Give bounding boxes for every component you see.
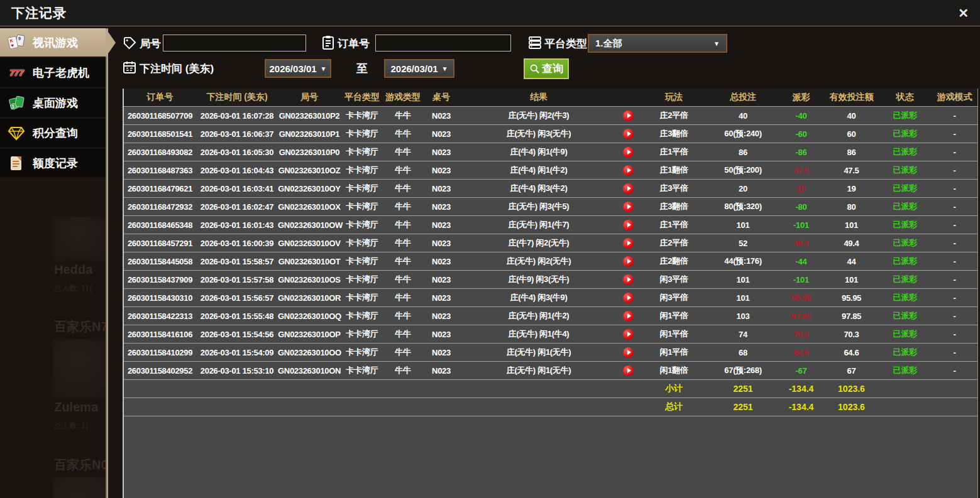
table-game-icon: $ — [6, 95, 26, 111]
sidebar-item-积分查询[interactable]: 积分查询 — [0, 119, 106, 147]
sidebar-item-额度记录[interactable]: 额度记录 — [0, 149, 106, 177]
cell-table-no: N023 — [422, 257, 460, 266]
replay-play-button[interactable] — [623, 220, 634, 230]
replay-play-button[interactable] — [623, 256, 634, 267]
play-icon — [627, 368, 631, 373]
cell-play-type: 闲1平倍 — [639, 347, 708, 358]
cell-round-no: GN023263010OV — [278, 239, 341, 248]
cell-platform-type: 卡卡湾厅 — [341, 274, 383, 285]
cell-payout: 49.4 — [778, 239, 825, 248]
sidebar-item-label: 积分查询 — [33, 126, 78, 141]
replay-play-button[interactable] — [623, 238, 634, 249]
ghost-dealer-avatar — [53, 477, 106, 498]
order-no-input[interactable] — [375, 35, 511, 51]
cell-valid-bet: 49.4 — [825, 239, 878, 248]
replay-play-button[interactable] — [623, 347, 634, 358]
replay-play-button[interactable] — [623, 147, 634, 158]
sidebar-item-电子老虎机[interactable]: 777电子老虎机 — [0, 58, 106, 87]
cell-status: 已派彩 — [878, 237, 932, 249]
cell-table-no: N023 — [422, 111, 460, 121]
cell-play-type: 庄1平倍 — [639, 219, 708, 230]
cell-order-no: 260301158402952 — [124, 366, 196, 376]
round-no-input[interactable] — [163, 35, 306, 51]
play-icon — [627, 350, 631, 355]
col-header-game-type: 游戏类型 — [383, 92, 422, 103]
bet-records-window: 下注记录 ✕ Hedda总人数: 11(百家乐N73Zulema总人数: 1(百… — [0, 0, 980, 498]
replay-play-button[interactable] — [623, 274, 634, 285]
replay-play-button[interactable] — [623, 293, 634, 303]
cell-total-bet: 101 — [708, 275, 778, 284]
cell-total-bet: 86 — [708, 148, 778, 157]
subtotal-payout: -134.4 — [778, 384, 825, 394]
cell-order-no: 260301158437909 — [124, 275, 196, 284]
cell-order-no: 260301168487363 — [124, 166, 196, 175]
cell-valid-bet: 60 — [825, 129, 878, 139]
cell-status: 已派彩 — [878, 146, 932, 158]
svg-text:$: $ — [12, 104, 14, 109]
cell-payout: -67 — [778, 366, 825, 376]
points-gem-icon — [6, 126, 26, 141]
sidebar-item-label: 电子老虎机 — [33, 65, 89, 80]
table-row: 2603011684930822026-03-01 16:05:30GN0232… — [124, 143, 977, 161]
cell-game-type: 牛牛 — [383, 256, 422, 267]
sidebar-item-桌面游戏[interactable]: $桌面游戏 — [0, 89, 106, 117]
cell-total-bet: 101 — [708, 220, 778, 230]
platform-type-select[interactable]: 1.全部 ▼ — [588, 34, 727, 53]
cell-status: 已派彩 — [878, 292, 932, 303]
cell-round-no: GN023263010ON — [278, 366, 341, 376]
cell-table-no: N023 — [422, 220, 460, 230]
close-icon[interactable]: ✕ — [958, 7, 969, 19]
cell-status: 已派彩 — [878, 347, 932, 358]
date-from-select[interactable]: 2026/03/01 ▼ — [265, 59, 331, 78]
cell-game-type: 牛牛 — [383, 237, 422, 249]
cell-result: 庄(牛9) 闲3(无牛) — [460, 274, 617, 285]
cell-total-bet: 40 — [708, 111, 778, 121]
cell-platform-type: 卡卡湾厅 — [341, 365, 383, 376]
cell-result: 庄(牛4) 闲1(牛2) — [460, 165, 617, 176]
cell-order-no: 260301168507709 — [124, 111, 196, 121]
cell-payout: 70.3 — [778, 330, 825, 339]
cell-round-no: GN023263010OX — [278, 202, 341, 212]
cell-order-no: 260301158416106 — [124, 330, 196, 339]
query-button[interactable]: 查询 — [524, 58, 569, 79]
cell-status: 已派彩 — [878, 219, 932, 230]
cell-game-mode: - — [932, 239, 977, 248]
replay-play-button[interactable] — [623, 129, 634, 139]
replay-play-button[interactable] — [623, 111, 634, 121]
table-empty-area — [124, 416, 977, 498]
cell-game-type: 牛牛 — [383, 292, 422, 303]
replay-play-button[interactable] — [623, 183, 634, 194]
cell-total-bet: 103 — [708, 311, 778, 321]
replay-play-button[interactable] — [623, 311, 634, 322]
cell-status: 已派彩 — [878, 165, 932, 176]
cell-result: 庄(无牛) 闲2(无牛) — [460, 256, 617, 267]
replay-play-button[interactable] — [623, 165, 634, 176]
cell-game-type: 牛牛 — [383, 110, 422, 121]
cell-round-no: GN023263010OY — [278, 184, 341, 193]
date-from-value: 2026/03/01 — [270, 63, 317, 74]
cell-payout: -60 — [778, 129, 825, 139]
play-icon — [627, 295, 631, 300]
cell-result: 庄(无牛) 闲1(牛7) — [460, 219, 617, 230]
play-icon — [627, 332, 631, 337]
cell-table-no: N023 — [422, 275, 460, 284]
cell-platform-type: 卡卡湾厅 — [341, 310, 383, 322]
replay-play-button[interactable] — [623, 202, 634, 212]
query-button-label: 查询 — [542, 62, 563, 76]
col-header-order-no: 订单号 — [124, 92, 196, 103]
table-row: 2603011685015412026-03-01 16:06:37GN0232… — [124, 125, 977, 143]
cell-payout: -86 — [778, 148, 825, 157]
col-header-game-mode: 游戏模式 — [932, 92, 977, 103]
replay-play-button[interactable] — [623, 329, 634, 340]
cell-valid-bet: 70.3 — [825, 330, 878, 339]
ghost-dealer-avatar — [53, 339, 106, 399]
replay-play-button[interactable] — [623, 365, 634, 376]
cell-round-no: GN023263010P2 — [278, 111, 341, 121]
sidebar-item-视讯游戏[interactable]: 9K♥视讯游戏 — [0, 28, 106, 57]
ghost-label: 总人数: 1( — [54, 421, 88, 431]
cell-game-type: 牛牛 — [383, 310, 422, 322]
date-to-select[interactable]: 2026/03/01 ▼ — [384, 59, 454, 78]
play-icon — [627, 168, 631, 173]
cell-valid-bet: 97.85 — [825, 311, 878, 321]
table-row: 2603011684572912026-03-01 16:00:39GN0232… — [124, 234, 977, 252]
